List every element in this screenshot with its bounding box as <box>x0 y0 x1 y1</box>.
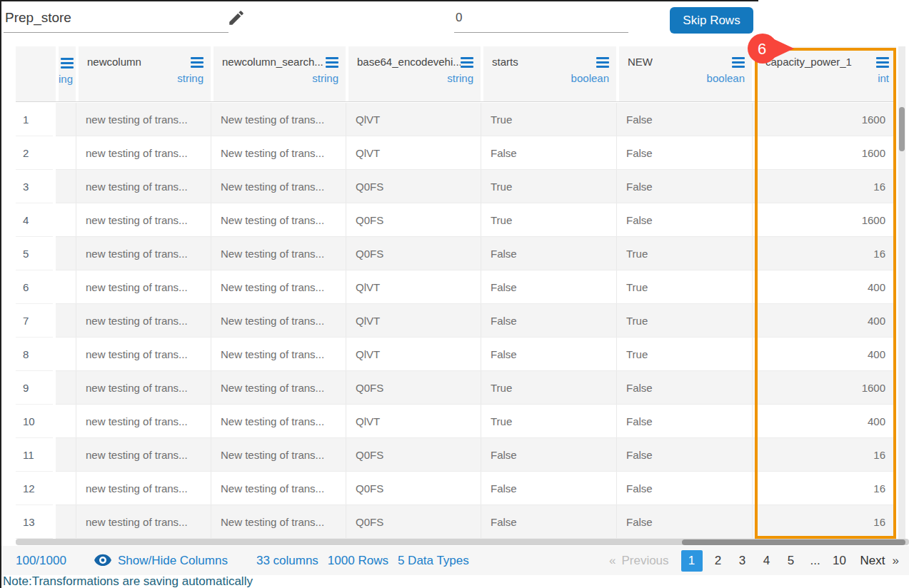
clipped-cell <box>56 405 76 437</box>
cell: True <box>616 270 752 303</box>
cell: 16 <box>752 472 896 505</box>
column-menu-icon[interactable] <box>732 56 745 70</box>
table-row: 2new testing of trans...New testing of t… <box>16 136 896 170</box>
table-row: 1new testing of trans...New testing of t… <box>16 103 896 136</box>
cell: New testing of trans... <box>211 237 346 270</box>
show-hide-columns-label: Show/Hide Columns <box>118 554 228 568</box>
column-menu-icon[interactable] <box>191 56 204 70</box>
cell: New testing of trans... <box>211 438 346 471</box>
cell: 400 <box>752 405 896 437</box>
page-button-5[interactable]: 5 <box>782 554 800 568</box>
cell: QlVT <box>346 405 481 437</box>
page-button-4[interactable]: 4 <box>758 554 776 568</box>
cell: True <box>481 103 616 136</box>
cell: new testing of trans... <box>76 338 211 370</box>
row-number-header <box>16 46 56 101</box>
table-row: 8new testing of trans...New testing of t… <box>16 338 896 371</box>
edit-name-button[interactable] <box>226 8 247 29</box>
cell: Q0FS <box>346 438 481 471</box>
column-menu-icon[interactable] <box>876 56 889 70</box>
previous-page-button[interactable]: Previous <box>621 554 668 568</box>
skip-rows-input[interactable] <box>454 7 628 33</box>
cell: QlVT <box>346 304 481 337</box>
rows-count-link[interactable]: 1000 Rows <box>328 554 388 568</box>
cell: 400 <box>752 338 896 370</box>
column-name: base64_encodevehi... <box>357 56 461 68</box>
row-number: 12 <box>16 472 53 505</box>
row-number: 2 <box>16 136 53 170</box>
next-chevron-icon[interactable]: » <box>893 554 899 568</box>
cell: False <box>481 270 616 303</box>
dataset-name-input[interactable] <box>4 7 228 33</box>
table-row: 6new testing of trans...New testing of t… <box>16 270 896 304</box>
cell: True <box>481 170 616 203</box>
cell: True <box>481 371 616 404</box>
horizontal-scrollbar-thumb[interactable] <box>682 539 905 545</box>
cell: New testing of trans... <box>211 170 346 203</box>
cell: False <box>481 505 616 538</box>
clipped-cell <box>56 472 76 505</box>
column-menu-icon[interactable] <box>596 56 609 70</box>
cell: False <box>616 103 752 136</box>
row-number: 11 <box>16 438 53 472</box>
clipped-cell <box>56 304 76 337</box>
column-menu-icon[interactable] <box>61 56 74 71</box>
cell: 16 <box>752 505 896 538</box>
previous-chevron-icon[interactable]: « <box>609 554 616 568</box>
row-number: 5 <box>16 237 53 270</box>
cell: 16 <box>752 438 896 471</box>
column-type: boolean <box>492 72 609 84</box>
column-menu-icon[interactable] <box>326 56 338 70</box>
cell: False <box>616 438 752 471</box>
cell: New testing of trans... <box>211 304 346 337</box>
clipped-cell <box>56 438 76 471</box>
cell: new testing of trans... <box>76 304 211 337</box>
cell: new testing of trans... <box>76 505 211 538</box>
cell: New testing of trans... <box>211 371 346 404</box>
column-name: newcolumn_search... <box>222 56 323 68</box>
column-menu-icon[interactable] <box>461 56 473 70</box>
page-button-1[interactable]: 1 <box>681 550 703 572</box>
cell: QlVT <box>346 136 481 169</box>
show-hide-columns-button[interactable]: Show/Hide Columns <box>94 554 228 568</box>
data-types-link[interactable]: 5 Data Types <box>398 554 469 568</box>
cell: new testing of trans... <box>76 103 211 136</box>
cell: New testing of trans... <box>211 505 346 538</box>
next-page-button[interactable]: Next <box>860 554 885 568</box>
cell: 1600 <box>752 103 896 136</box>
clipped-cell <box>56 103 76 136</box>
cell: 16 <box>752 237 896 270</box>
page-button-2[interactable]: 2 <box>709 554 728 568</box>
cell: Q0FS <box>346 237 481 270</box>
cell: False <box>481 237 616 270</box>
cell: True <box>481 203 616 236</box>
eye-icon <box>94 554 112 567</box>
cell: False <box>616 371 752 404</box>
cell: new testing of trans... <box>76 438 211 471</box>
cell: False <box>616 505 752 538</box>
columns-count-link[interactable]: 33 columns <box>256 554 318 568</box>
clipped-cell <box>56 203 76 236</box>
column-type: string <box>87 72 204 84</box>
window-left-edge <box>0 0 1 588</box>
clipped-cell <box>56 505 76 538</box>
page-button-3[interactable]: 3 <box>733 554 752 568</box>
clipped-cell <box>56 371 76 404</box>
cell: new testing of trans... <box>76 405 211 437</box>
table-row: 10new testing of trans...New testing of … <box>16 405 896 438</box>
cell: New testing of trans... <box>211 103 346 136</box>
row-number: 13 <box>16 505 53 539</box>
page-ellipsis[interactable]: ... <box>806 554 825 568</box>
table-row: 7new testing of trans...New testing of t… <box>16 304 896 338</box>
cell: New testing of trans... <box>211 472 346 505</box>
cell: False <box>481 472 616 505</box>
cell: False <box>481 338 616 370</box>
page-button-10[interactable]: 10 <box>830 554 849 568</box>
column-name: NEW <box>628 56 653 68</box>
table-row: 9new testing of trans...New testing of t… <box>16 371 896 405</box>
vertical-scrollbar-thumb[interactable] <box>899 107 905 151</box>
skip-rows-button[interactable]: Skip Rows <box>670 7 753 34</box>
row-number: 4 <box>16 203 53 237</box>
column-type: boolean <box>628 72 745 84</box>
table-row: 13new testing of trans...New testing of … <box>16 505 896 539</box>
